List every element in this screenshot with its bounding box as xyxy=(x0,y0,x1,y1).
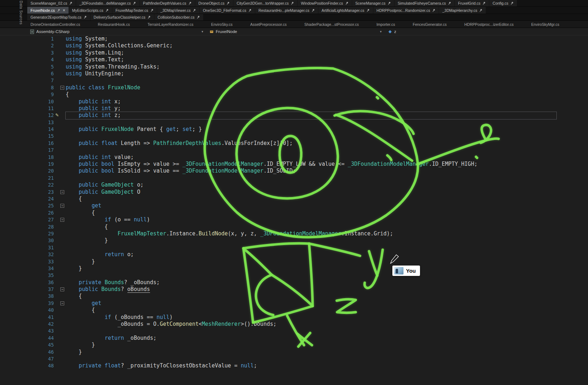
document-tab[interactable]: FencesGenerator.cs × xyxy=(410,21,450,28)
pin-icon[interactable] xyxy=(479,9,482,12)
code-text[interactable] xyxy=(66,147,556,154)
document-tab[interactable]: RestaurantHo...pleManager.cs × xyxy=(255,7,318,14)
code-text[interactable]: public GameObject o; xyxy=(66,182,556,188)
project-dropdown[interactable]: Assembly-CSharp ▾ xyxy=(27,28,206,35)
document-tab[interactable]: FruxelMapTester.cs × xyxy=(112,7,157,14)
code-text[interactable] xyxy=(66,272,556,279)
code-text[interactable]: using System.Threading.Tasks; xyxy=(66,64,556,70)
code-text[interactable]: public int value; xyxy=(66,154,556,161)
pin-icon[interactable] xyxy=(345,1,349,5)
code-text[interactable]: get xyxy=(66,202,556,209)
document-tab[interactable]: Generator2ExportMapTools.cs × xyxy=(27,14,90,20)
tool-tab-data-sources[interactable]: Data Sources xyxy=(19,1,23,27)
document-tab[interactable]: MyEditorScripts.cs × xyxy=(69,7,112,14)
pin-icon[interactable] xyxy=(311,9,315,12)
pin-icon[interactable] xyxy=(248,9,252,12)
document-tab[interactable]: CityGen3DGen...torWrapper.cs × xyxy=(233,0,297,6)
code-text[interactable]: using System.Linq; xyxy=(66,50,556,56)
pin-icon[interactable] xyxy=(196,15,200,19)
code-text[interactable]: using UnityEngine; xyxy=(66,70,556,77)
fold-collapse-icon[interactable]: − xyxy=(60,86,64,90)
fold-collapse-icon[interactable]: − xyxy=(60,218,64,222)
code-text[interactable]: private float? _proximityToClosestObstac… xyxy=(66,362,556,369)
code-text[interactable]: private Bounds? _oBounds; xyxy=(66,279,556,286)
pin-icon[interactable] xyxy=(448,1,451,5)
code-text[interactable]: using System; xyxy=(66,36,556,42)
code-text[interactable]: public Bounds? oBounds xyxy=(66,286,556,293)
code-text[interactable]: if (o == null) xyxy=(66,216,556,223)
code-text[interactable]: public int y; xyxy=(66,105,556,112)
document-tab[interactable]: EnviroSky.cs × xyxy=(208,21,236,28)
code-text[interactable]: public FruxelNode Parent { get; set; } xyxy=(66,126,556,133)
close-icon[interactable]: × xyxy=(62,8,65,13)
pin-icon[interactable] xyxy=(188,1,192,5)
pin-icon[interactable] xyxy=(147,15,151,19)
pin-icon[interactable] xyxy=(83,15,87,19)
code-text[interactable]: get xyxy=(66,300,556,307)
code-text[interactable]: using System.Text; xyxy=(66,56,556,63)
pin-icon[interactable] xyxy=(482,1,486,5)
pin-icon[interactable] xyxy=(132,1,136,5)
pin-icon[interactable] xyxy=(366,9,370,12)
document-tab[interactable]: DroneOrientationController.cs × xyxy=(27,21,83,28)
document-tab[interactable]: ArtificialLightsManager.cs × xyxy=(318,7,373,14)
document-tab[interactable]: RestaurantHook.cs × xyxy=(95,21,133,28)
code-text[interactable] xyxy=(66,356,556,362)
document-tab[interactable]: WindowPositionFinder.cs × xyxy=(298,0,351,6)
pin-icon[interactable] xyxy=(192,9,196,12)
pin-icon[interactable] xyxy=(387,1,391,5)
document-tab[interactable]: AssetPreprocessor.cs × xyxy=(247,21,290,28)
document-tab[interactable]: OneSec3D_FileFormat.cs × xyxy=(200,7,255,14)
document-tab[interactable]: HDRPPostproc...Randomizer.cs × xyxy=(373,7,439,14)
code-text[interactable]: public GameObject O xyxy=(66,189,556,196)
document-tab[interactable]: DroneObject.cs × xyxy=(195,0,233,6)
code-text[interactable] xyxy=(66,133,556,140)
type-dropdown[interactable]: FruxelNode ▾ xyxy=(206,28,385,35)
code-text[interactable] xyxy=(66,119,556,126)
code-text[interactable]: } xyxy=(66,237,556,244)
fold-collapse-icon[interactable]: − xyxy=(60,204,64,208)
member-dropdown[interactable]: z xyxy=(385,28,588,35)
code-text[interactable]: { xyxy=(66,196,556,202)
document-tab[interactable]: FruxelGrid.cs × xyxy=(455,0,489,6)
document-tab[interactable]: ShaderPackage...stProcessor.cs × xyxy=(301,21,362,28)
pin-icon[interactable] xyxy=(432,9,435,12)
document-tab[interactable]: _3DFoundatio...delManager.cs × xyxy=(76,0,139,6)
code-text[interactable]: } xyxy=(66,265,556,272)
document-tab[interactable]: DeliverySurfaceClassHelper.cs × xyxy=(90,14,154,20)
code-text[interactable]: return _oBounds; xyxy=(66,335,556,342)
pin-icon[interactable] xyxy=(226,1,230,5)
code-text[interactable] xyxy=(66,175,556,182)
code-text[interactable]: } xyxy=(66,342,556,348)
code-text[interactable]: { xyxy=(66,91,556,98)
document-tab[interactable]: SimulatedFisheyeCamera.cs × xyxy=(395,0,454,6)
code-text[interactable]: _oBounds = O.GetComponent<MeshRenderer>(… xyxy=(66,321,556,328)
document-tab[interactable]: _3DMapHierarchy.cs × xyxy=(439,7,486,14)
code-text[interactable] xyxy=(66,328,556,334)
document-tab[interactable]: Importer.cs × xyxy=(373,21,398,28)
code-text[interactable]: } xyxy=(66,258,556,265)
document-tab[interactable]: TerrainLayerRandomizer.cs × xyxy=(144,21,197,28)
document-tab[interactable]: PathfinderDepthValues.cs × xyxy=(140,0,195,6)
code-text[interactable] xyxy=(66,244,556,251)
code-editor[interactable]: 1 ✎ − using System; 2 ✎ − using System.C… xyxy=(0,36,588,385)
code-text[interactable]: { xyxy=(66,210,556,216)
code-text[interactable]: { xyxy=(66,307,556,314)
pin-icon[interactable] xyxy=(150,9,154,12)
code-text[interactable]: } xyxy=(66,349,556,356)
code-text[interactable]: public class FruxelNode xyxy=(66,84,556,91)
code-text[interactable]: { xyxy=(66,293,556,300)
pin-icon[interactable] xyxy=(69,1,73,5)
code-text[interactable]: using System.Collections.Generic; xyxy=(66,42,556,49)
pin-icon[interactable] xyxy=(510,1,514,5)
document-tab[interactable]: SceneManager_02.cs × xyxy=(27,0,76,6)
pin-icon[interactable] xyxy=(57,9,60,12)
document-tab[interactable]: Config.cs × xyxy=(489,0,517,6)
document-tab[interactable]: CollisionSubscriber.cs × xyxy=(154,14,203,20)
code-text[interactable]: public float Length => PathfinderDepthVa… xyxy=(66,140,556,147)
code-text[interactable]: FruxelMapTester.Instance.BuildNode(x, y,… xyxy=(66,230,556,237)
code-text[interactable] xyxy=(66,77,556,84)
code-text[interactable]: public int z; xyxy=(66,112,556,119)
code-text[interactable]: public bool IsSolid => value == _3DFound… xyxy=(66,168,556,174)
code-text[interactable]: if (_oBounds == null) xyxy=(66,314,556,321)
